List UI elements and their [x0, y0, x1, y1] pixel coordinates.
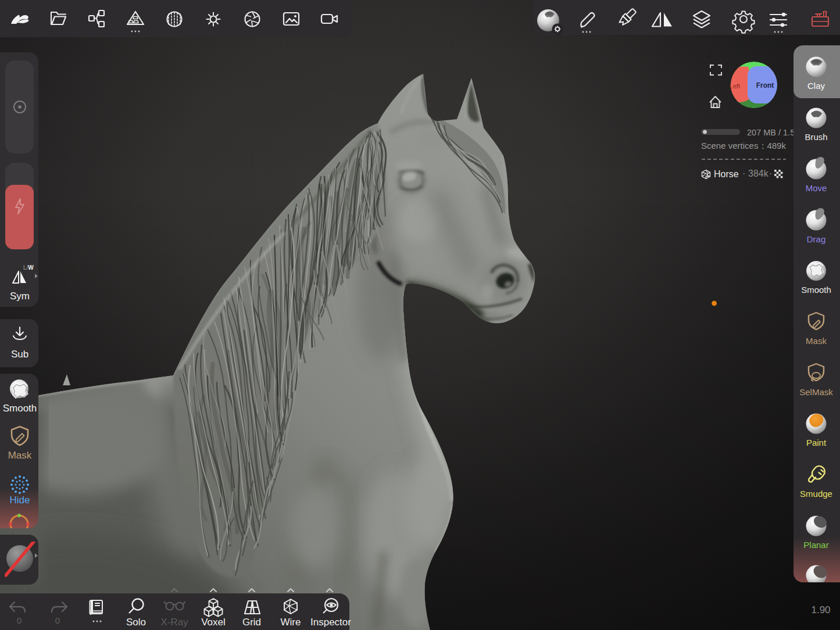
- svg-text:1.90: 1.90: [811, 604, 830, 615]
- svg-text:Scene vertices：489k: Scene vertices：489k: [701, 141, 786, 151]
- svg-text:384k: 384k: [748, 169, 769, 178]
- svg-text:Front: Front: [756, 81, 774, 90]
- svg-text:Horse: Horse: [714, 169, 739, 179]
- svg-text:Left: Left: [730, 83, 740, 90]
- svg-text:·: ·: [742, 169, 745, 178]
- svg-text:·: ·: [769, 169, 772, 178]
